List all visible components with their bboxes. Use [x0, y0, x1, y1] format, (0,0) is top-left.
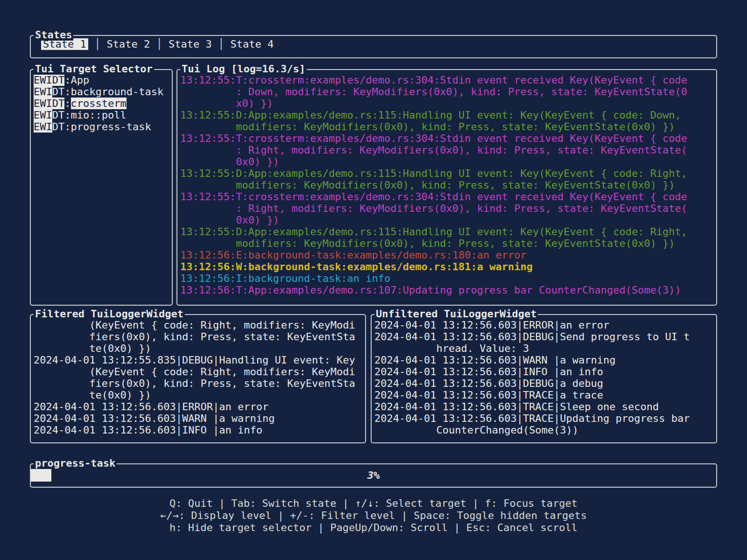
- states-tabs: State 1 │ State 2 │ State 3 │ State 4: [34, 38, 714, 50]
- log-line: modifiers: KeyModifiers(0x0), kind: Pres…: [180, 238, 714, 249]
- unfiltered-logger-title: Unfiltered TuiLoggerWidget: [374, 308, 538, 320]
- log-line: 13:12:55:D:App:examples/demo.rs:115:Hand…: [180, 226, 714, 238]
- target-selector-title: Tui Target Selector: [34, 63, 154, 75]
- log-line: 2024-04-01 13:12:55.835|DEBUG|Handling U…: [34, 354, 363, 366]
- level-flag: E: [34, 74, 40, 86]
- level-flag: D: [52, 109, 58, 121]
- level-flag: W: [40, 121, 46, 133]
- log-line: 13:12:56:E:background-task:examples/demo…: [180, 249, 714, 261]
- level-flag: W: [40, 109, 46, 121]
- log-line: modifiers: KeyModifiers(0x0), kind: Pres…: [180, 121, 714, 133]
- log-line: 2024-04-01 13:12:56.603|INFO |an info: [374, 366, 714, 378]
- log-line: 2024-04-01 13:12:56.603|WARN |a warning: [34, 413, 363, 424]
- progress-task-panel: progress-task 3%: [30, 463, 717, 488]
- log-line: 2024-04-01 13:12:56.603|TRACE|a trace: [374, 389, 714, 401]
- log-line: x0) }): [180, 98, 714, 109]
- log-line: 2024-04-01 13:12:56.603|DEBUG|a debug: [374, 378, 714, 389]
- log-line: 2024-04-01 13:12:56.603|WARN |a warning: [374, 354, 714, 366]
- target-name: App: [71, 74, 90, 86]
- help-line: h: Hide target selector | PageUp/Down: S…: [30, 522, 717, 534]
- help-line: ←/→: Display level | +/-: Filter level |…: [30, 510, 717, 522]
- tab-state-2[interactable]: State 2: [106, 38, 150, 50]
- tab-state-3[interactable]: State 3: [169, 38, 212, 50]
- log-line: 13:12:55:T:crossterm:examples/demo.rs:30…: [180, 133, 714, 144]
- log-line: 0x0) }): [180, 214, 714, 226]
- level-flag: T: [58, 109, 64, 121]
- target-row-App[interactable]: EWIDT:App: [34, 74, 170, 86]
- log-line: 13:12:55:D:App:examples/demo.rs:115:Hand…: [180, 168, 714, 179]
- filtered-logger-title: Filtered TuiLoggerWidget: [34, 308, 185, 320]
- level-flag: D: [52, 86, 58, 98]
- log-line: 2024-04-01 13:12:56.603|DEBUG|Send progr…: [374, 331, 714, 343]
- target-row-mio::poll[interactable]: EWIDT:mio::poll: [34, 109, 170, 121]
- log-line: fiers(0x0), kind: Press, state: KeyEvent…: [34, 378, 363, 389]
- log-line: 2024-04-01 13:12:56.603|ERROR|an error: [374, 319, 714, 331]
- log-line: modifiers: KeyModifiers(0x0), kind: Pres…: [180, 179, 714, 191]
- level-flag: I: [46, 86, 52, 98]
- log-line: 13:12:55:T:crossterm:examples/demo.rs:30…: [180, 191, 714, 203]
- terminal-screen: States State 1 │ State 2 │ State 3 │ Sta…: [30, 30, 717, 534]
- log-line: 0x0) }): [180, 156, 714, 168]
- level-flag: T: [58, 121, 64, 133]
- target-name: mio::poll: [71, 109, 127, 121]
- target-list: EWIDT:AppEWIDT:background-taskEWIDT:cros…: [34, 74, 170, 133]
- log-lines: 13:12:55:T:crossterm:examples/demo.rs:30…: [180, 74, 714, 296]
- filtered-log-lines: (KeyEvent { code: Right, modifiers: KeyM…: [34, 319, 363, 436]
- target-name: background-task: [71, 86, 164, 98]
- level-flag: T: [58, 98, 64, 109]
- help-footer: Q: Quit | Tab: Switch state | ↑/↓: Selec…: [30, 497, 717, 534]
- progress-gauge-label: 3%: [31, 469, 716, 482]
- tab-separator: │: [212, 38, 231, 50]
- level-flag: D: [52, 98, 58, 109]
- level-flag: E: [34, 109, 40, 121]
- target-name: progress-task: [71, 121, 151, 133]
- log-line: 2024-04-01 13:12:56.603|ERROR|an error: [34, 401, 363, 413]
- states-panel-title: States: [34, 29, 73, 41]
- progress-task-title: progress-task: [34, 457, 117, 469]
- level-flag: I: [46, 109, 52, 121]
- target-row-background-task[interactable]: EWIDT:background-task: [34, 86, 170, 98]
- log-line: : Right, modifiers: KeyModifiers(0x0), k…: [180, 203, 714, 214]
- log-line: : Down, modifiers: KeyModifiers(0x0), ki…: [180, 86, 714, 98]
- level-flag: E: [34, 121, 40, 133]
- log-line: CounterChanged(Some(3)): [374, 424, 714, 436]
- unfiltered-logger-panel: Unfiltered TuiLoggerWidget 2024-04-01 13…: [371, 314, 717, 443]
- log-line: hread. Value: 3: [374, 343, 714, 354]
- filtered-logger-panel: Filtered TuiLoggerWidget (KeyEvent { cod…: [30, 314, 366, 443]
- level-flag: T: [58, 86, 64, 98]
- unfiltered-log-lines: 2024-04-01 13:12:56.603|ERROR|an error20…: [374, 319, 714, 436]
- tui-log-panel: Tui Log [log=16.3/s] 13:12:55:T:crosster…: [176, 69, 717, 306]
- level-flag: E: [34, 86, 40, 98]
- level-flag: E: [34, 98, 40, 109]
- target-row-progress-task[interactable]: EWIDT:progress-task: [34, 121, 170, 133]
- log-line: (KeyEvent { code: Right, modifiers: KeyM…: [34, 319, 363, 331]
- states-panel: States State 1 │ State 2 │ State 3 │ Sta…: [30, 35, 717, 58]
- log-line: te(0x0) }): [34, 389, 363, 401]
- progress-gauge: 3%: [31, 469, 716, 482]
- level-flag: D: [52, 74, 58, 86]
- level-flag: I: [46, 74, 52, 86]
- help-line: Q: Quit | Tab: Switch state | ↑/↓: Selec…: [30, 497, 717, 510]
- tui-log-title: Tui Log [log=16.3/s]: [180, 63, 307, 75]
- log-line: 13:12:56:T:App:examples/demo.rs:107:Upda…: [180, 284, 714, 296]
- log-line: (KeyEvent { code: Right, modifiers: KeyM…: [34, 366, 363, 378]
- target-row-crossterm[interactable]: EWIDT:crossterm: [34, 98, 170, 109]
- level-flag: W: [40, 74, 46, 86]
- log-line: 2024-04-01 13:12:56.603|INFO |an info: [34, 424, 363, 436]
- level-flag: W: [40, 86, 46, 98]
- target-name: crossterm: [71, 98, 127, 109]
- log-line: 13:12:56:W:background-task:examples/demo…: [180, 261, 714, 273]
- log-line: 13:12:55:D:App:examples/demo.rs:115:Hand…: [180, 109, 714, 121]
- log-line: 2024-04-01 13:12:56.603|TRACE|Updating p…: [374, 413, 714, 424]
- level-flag: I: [46, 121, 52, 133]
- level-flag: D: [52, 121, 58, 133]
- level-flag: T: [58, 74, 64, 86]
- target-selector-panel: Tui Target Selector EWIDT:AppEWIDT:backg…: [30, 69, 173, 306]
- log-line: 13:12:55:T:crossterm:examples/demo.rs:30…: [180, 74, 714, 86]
- level-flag: W: [40, 98, 46, 109]
- level-flag: I: [46, 98, 52, 109]
- tab-state-4[interactable]: State 4: [230, 38, 274, 50]
- tab-separator: │: [88, 38, 107, 50]
- tab-separator: │: [150, 38, 169, 50]
- log-line: 2024-04-01 13:12:56.603|TRACE|Sleep one …: [374, 401, 714, 413]
